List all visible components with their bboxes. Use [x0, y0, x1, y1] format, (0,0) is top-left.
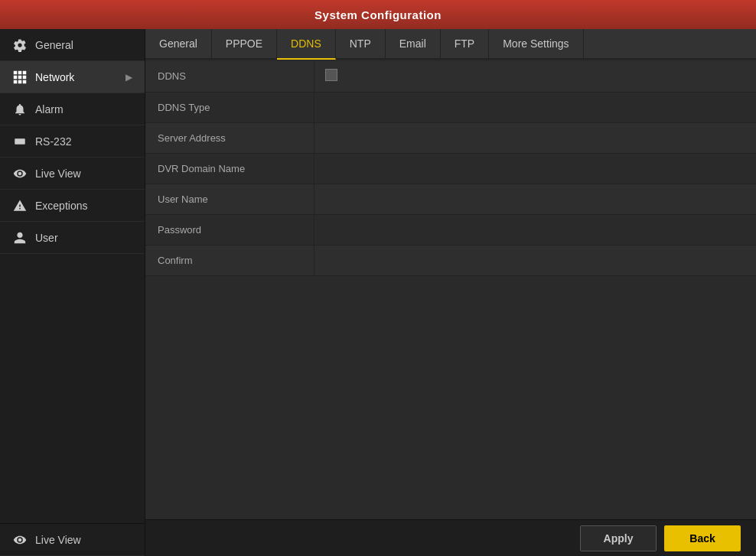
- sidebar-items: GeneralNetwork▶AlarmRS-232Live ViewExcep…: [0, 29, 145, 254]
- back-button[interactable]: Back: [664, 525, 741, 551]
- sidebar-item-liveview[interactable]: Live View: [0, 158, 145, 190]
- form-table: DDNSDDNS TypeServer AddressDVR Domain Na…: [145, 61, 756, 276]
- sidebar-bottom: Live View: [0, 523, 145, 556]
- tab-ddns[interactable]: DDNS: [277, 29, 336, 60]
- svg-point-2: [19, 140, 21, 141]
- sidebar-item-alarm[interactable]: Alarm: [0, 93, 145, 125]
- svg-point-5: [18, 538, 22, 541]
- sidebar-item-general[interactable]: General: [0, 29, 145, 61]
- bell-icon: [12, 102, 28, 117]
- sidebar-item-label-alarm: Alarm: [35, 103, 64, 115]
- rs232-icon: [12, 134, 28, 149]
- content-area: GeneralPPPOEDDNSNTPEmailFTPMore Settings…: [145, 29, 756, 556]
- label-ddns-type: DDNS Type: [145, 92, 314, 122]
- form-row-password: Password: [145, 214, 756, 245]
- sidebar-bottom-liveview[interactable]: Live View: [0, 524, 145, 556]
- sidebar-item-label-liveview: Live View: [35, 167, 81, 180]
- sidebar-item-rs232[interactable]: RS-232: [0, 125, 145, 158]
- user-icon: [12, 230, 28, 245]
- tab-ftp[interactable]: FTP: [441, 29, 489, 58]
- label-username: User Name: [145, 184, 314, 214]
- label-ddns: DDNS: [145, 61, 314, 92]
- value-ddns-type: [314, 92, 756, 122]
- tab-email[interactable]: Email: [386, 29, 441, 58]
- form-row-ddns: DDNS: [145, 61, 756, 92]
- form-row-dvr-domain: DVR Domain Name: [145, 153, 756, 184]
- eye-icon-bottom: [12, 532, 28, 548]
- sidebar-item-exceptions[interactable]: Exceptions: [0, 190, 145, 222]
- sidebar-item-label-general: General: [35, 39, 73, 51]
- tab-bar: GeneralPPPOEDDNSNTPEmailFTPMore Settings: [145, 29, 756, 60]
- value-dvr-domain: [314, 153, 756, 184]
- sidebar-item-label-exceptions: Exceptions: [35, 200, 87, 212]
- chevron-right-icon: ▶: [125, 72, 132, 83]
- sidebar-item-label-rs232: RS-232: [35, 135, 71, 148]
- label-password: Password: [145, 214, 314, 245]
- tab-general[interactable]: General: [145, 29, 212, 58]
- label-server-address: Server Address: [145, 122, 314, 153]
- footer: Apply Back: [145, 519, 756, 556]
- label-confirm: Confirm: [145, 245, 314, 275]
- page-title: System Configuration: [314, 8, 442, 21]
- svg-point-1: [16, 140, 18, 141]
- form-row-server-address: Server Address: [145, 122, 756, 153]
- form-row-confirm: Confirm: [145, 245, 756, 275]
- value-confirm: [314, 245, 756, 275]
- warning-icon: [12, 198, 28, 213]
- gear-icon: [12, 37, 28, 53]
- title-bar: System Configuration: [0, 0, 756, 29]
- svg-point-3: [22, 140, 24, 141]
- label-dvr-domain: DVR Domain Name: [145, 153, 314, 184]
- form-row-ddns-type: DDNS Type: [145, 92, 756, 122]
- tab-moresettings[interactable]: More Settings: [489, 29, 583, 58]
- sidebar-item-user[interactable]: User: [0, 222, 145, 254]
- sidebar: GeneralNetwork▶AlarmRS-232Live ViewExcep…: [0, 29, 145, 556]
- svg-point-4: [18, 171, 22, 175]
- value-ddns[interactable]: [314, 61, 756, 92]
- tab-ntp[interactable]: NTP: [336, 29, 386, 58]
- eye-icon: [12, 166, 28, 181]
- sidebar-item-label-network: Network: [35, 71, 74, 83]
- main-layout: GeneralNetwork▶AlarmRS-232Live ViewExcep…: [0, 29, 756, 556]
- sidebar-item-label-user: User: [35, 232, 58, 244]
- apply-button[interactable]: Apply: [580, 525, 657, 551]
- value-username: [314, 184, 756, 214]
- form-area: DDNSDDNS TypeServer AddressDVR Domain Na…: [145, 60, 756, 519]
- value-password: [314, 214, 756, 245]
- checkbox-ddns[interactable]: [325, 69, 337, 81]
- sidebar-item-network[interactable]: Network▶: [0, 61, 145, 93]
- tab-pppoe[interactable]: PPPOE: [212, 29, 277, 58]
- sidebar-bottom-liveview-label: Live View: [35, 534, 81, 546]
- form-row-username: User Name: [145, 184, 756, 214]
- value-server-address: [314, 122, 756, 153]
- network-icon: [12, 70, 28, 85]
